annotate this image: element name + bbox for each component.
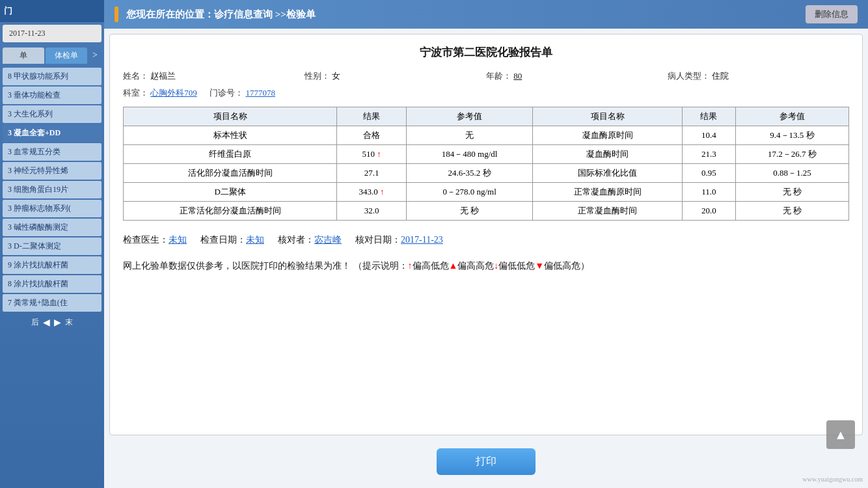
- sidebar-item-0[interactable]: 8 甲状腺功能系列: [3, 68, 102, 85]
- table-cell: 凝血酶时间: [533, 145, 683, 164]
- dept-label: 科室：: [123, 88, 148, 98]
- tab-jianyan[interactable]: 单: [3, 47, 44, 64]
- triangle-up-icon: ▲: [449, 261, 458, 271]
- gender-label: 性别：: [305, 71, 330, 81]
- dept-group: 科室： 心胸外科709 门诊号： 1777078: [123, 87, 849, 99]
- patient-type-label: 病人类型：: [668, 71, 710, 81]
- table-cell: 无: [406, 126, 533, 145]
- review-date-label: 核对日期：: [355, 235, 401, 245]
- table-cell: 无 秒: [735, 183, 848, 202]
- col-header-5: 结果: [683, 107, 736, 126]
- age-label: 年龄：: [486, 71, 511, 81]
- check-date-label: 检查日期：: [200, 235, 246, 245]
- table-cell: 32.0: [337, 202, 406, 221]
- nav-next[interactable]: ▶: [54, 317, 61, 328]
- patient-age-group: 年龄： 80: [486, 70, 668, 82]
- table-cell: 343.0 ↑: [337, 183, 406, 202]
- sidebar-item-12[interactable]: 7 粪常规+隐血(住: [3, 294, 102, 312]
- sidebar: 门 2017-11-23 单 体检单 > 8 甲状腺功能系列3 垂体功能检查3 …: [0, 0, 104, 488]
- patient-name-group: 姓名： 赵福兰: [123, 70, 305, 82]
- table-cell: 11.0: [683, 183, 736, 202]
- reviewer-label: 核对者：: [278, 235, 314, 245]
- table-cell: 0－278.0 ng/ml: [406, 183, 533, 202]
- table-cell: 无 秒: [406, 202, 533, 221]
- check-info: 检查医生：未知 检查日期：未知 核对者：宓吉峰 核对日期：2017-11-23: [123, 231, 849, 249]
- patient-type-group: 病人类型： 住院: [668, 70, 849, 82]
- table-cell: 正常凝血酶原时间: [533, 183, 683, 202]
- table-cell: 9.4－13.5 秒: [735, 126, 848, 145]
- arrow-down-icon: ↓: [494, 261, 498, 271]
- patient-age: 80: [513, 71, 522, 81]
- table-cell: 标本性状: [124, 126, 337, 145]
- result-table: 项目名称 结果 参考值 项目名称 结果 参考值 标本性状合格无凝血酶原时间10.…: [123, 107, 849, 221]
- sidebar-item-9[interactable]: 3 D-二聚体测定: [3, 237, 102, 255]
- sidebar-date: 2017-11-23: [3, 25, 102, 42]
- name-label: 姓名：: [123, 71, 148, 81]
- table-cell: 24.6-35.2 秒: [406, 164, 533, 183]
- nav-last: 末: [65, 317, 73, 328]
- table-cell: 正常凝血酶时间: [533, 202, 683, 221]
- patient-type: 住院: [712, 71, 729, 81]
- sidebar-tabs: 单 体检单 >: [3, 47, 102, 64]
- nav-prev[interactable]: ◀: [43, 317, 50, 328]
- nav-after: 后: [31, 317, 39, 328]
- review-date-value: 2017-11-23: [401, 235, 443, 245]
- topbar-indicator: [115, 7, 118, 22]
- topbar: 您现在所在的位置：诊疗信息查询 >>检验单 删除信息: [104, 0, 868, 29]
- table-cell: 0.95: [683, 164, 736, 183]
- scroll-to-top-button[interactable]: ▲: [826, 420, 855, 449]
- sidebar-item-11[interactable]: 8 涂片找抗酸杆菌: [3, 275, 102, 293]
- table-cell: D二聚体: [124, 183, 337, 202]
- sidebar-item-5[interactable]: 3 神经元特异性烯: [3, 162, 102, 180]
- sidebar-item-3[interactable]: 3 凝血全套+DD: [3, 124, 102, 142]
- delete-info-button[interactable]: 删除信息: [806, 5, 858, 23]
- col-header-6: 参考值: [735, 107, 848, 126]
- print-button[interactable]: 打印: [437, 448, 536, 475]
- col-header-3: 参考值: [406, 107, 533, 126]
- sidebar-item-2[interactable]: 3 大生化系列: [3, 105, 102, 123]
- arrow-up-icon: ↑: [408, 261, 413, 271]
- patient-gender-group: 性别： 女: [305, 70, 486, 82]
- table-cell: 21.3: [683, 145, 736, 164]
- sidebar-item-6[interactable]: 3 细胞角蛋白19片: [3, 181, 102, 198]
- table-cell: 27.1: [337, 164, 406, 183]
- col-header-2: 结果: [337, 107, 406, 126]
- print-section: 打印: [109, 441, 863, 483]
- table-cell: 纤维蛋白原: [124, 145, 337, 164]
- table-cell: 0.88－1.25: [735, 164, 848, 183]
- sidebar-item-4[interactable]: 3 血常规五分类: [3, 143, 102, 161]
- reviewer-value: 宓吉峰: [314, 235, 342, 245]
- table-cell: 合格: [337, 126, 406, 145]
- table-cell: 184－480 mg/dl: [406, 145, 533, 164]
- dept-value[interactable]: 心胸外科709: [150, 88, 197, 98]
- table-cell: 无 秒: [735, 202, 848, 221]
- main-panel: 您现在所在的位置：诊疗信息查询 >>检验单 删除信息 宁波市第二医院化验报告单 …: [104, 0, 868, 488]
- sidebar-item-7[interactable]: 3 肿瘤标志物系列(: [3, 200, 102, 217]
- visit-number[interactable]: 1777078: [246, 88, 276, 98]
- col-header-4: 项目名称: [533, 107, 683, 126]
- table-row: 纤维蛋白原510 ↑184－480 mg/dl凝血酶时间21.317.2－26.…: [124, 145, 849, 164]
- patient-info: 姓名： 赵福兰 性别： 女 年龄： 80 病人类型： 住院 科室： 心胸外科70…: [123, 70, 849, 99]
- visit-label: 门诊号：: [210, 88, 243, 98]
- check-date-value: 未知: [246, 235, 264, 245]
- table-cell: 10.4: [683, 126, 736, 145]
- tab-tijian[interactable]: 体检单: [46, 47, 87, 64]
- table-cell: 凝血酶原时间: [533, 126, 683, 145]
- report-title: 宁波市第二医院化验报告单: [123, 45, 849, 60]
- report-container: 宁波市第二医院化验报告单 姓名： 赵福兰 性别： 女 年龄： 80 病人类型： …: [109, 34, 863, 435]
- sidebar-nav: 后 ◀ ▶ 末: [0, 313, 104, 332]
- sidebar-more-arrow[interactable]: >: [88, 47, 102, 64]
- sidebar-item-1[interactable]: 3 垂体功能检查: [3, 87, 102, 104]
- sidebar-item-10[interactable]: 9 涂片找抗酸杆菌: [3, 256, 102, 274]
- table-cell: 510 ↑: [337, 145, 406, 164]
- table-row: D二聚体343.0 ↑0－278.0 ng/ml正常凝血酶原时间11.0无 秒: [124, 183, 849, 202]
- table-cell: 正常活化部分凝血活酶时间: [124, 202, 337, 221]
- sidebar-item-8[interactable]: 3 碱性磷酸酶测定: [3, 219, 102, 236]
- table-cell: 国际标准化比值: [533, 164, 683, 183]
- table-cell: 活化部分凝血活酶时间: [124, 164, 337, 183]
- table-row: 活化部分凝血活酶时间27.124.6-35.2 秒国际标准化比值0.950.88…: [124, 164, 849, 183]
- table-row: 正常活化部分凝血活酶时间32.0无 秒正常凝血酶时间20.0无 秒: [124, 202, 849, 221]
- table-cell: 20.0: [683, 202, 736, 221]
- triangle-down-icon: ▼: [535, 261, 544, 271]
- breadcrumb-text: 您现在所在的位置：诊疗信息查询 >>检验单: [126, 8, 316, 21]
